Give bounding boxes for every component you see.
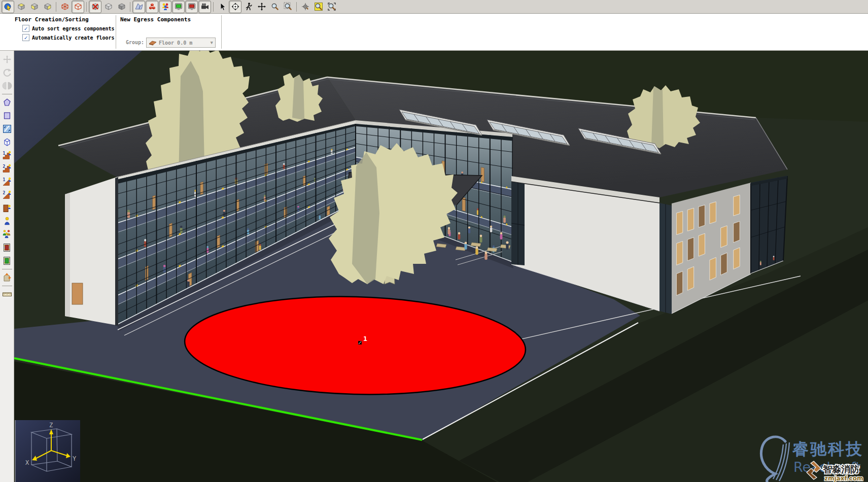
ramp-one-point-icon: 1 [2,177,12,187]
view-side-button[interactable] [41,1,54,13]
select-cursor-icon [218,2,227,11]
auto-sort-row: ✓ Auto sort egress components [22,25,115,32]
show-exits-button[interactable] [172,1,185,13]
rotate-tool-button[interactable] [1,66,13,79]
stairs-two-point-button[interactable]: 2 [1,162,13,175]
toolbar-separator [86,2,87,12]
drawing-tools-sidebar: 1212 [0,51,14,482]
3d-viewport[interactable]: 1 [14,51,868,482]
chevron-down-icon: ▼ [211,40,213,45]
add-occupant-icon [2,216,12,226]
mirror-tool-button[interactable] [1,79,13,92]
polygon-tool-button[interactable] [1,96,13,109]
select-objects-icon [4,2,13,11]
egress-title: New Egress Components [120,16,191,23]
svg-text:1: 1 [3,151,5,155]
sidebar-separator [2,286,12,286]
voxel-view-button[interactable] [146,1,158,13]
show-occupants-button[interactable] [159,1,171,13]
extract-floor-button[interactable] [1,271,13,284]
zoom-fit-button[interactable] [312,1,325,13]
axis-gizmo[interactable]: Z X Y [15,420,80,482]
camera-tour-button[interactable] [198,1,211,13]
auto-create-label: Automatically create floors [32,35,115,41]
show-exits-icon [174,2,183,11]
wireframe-mode-button[interactable] [58,1,71,13]
refuge-door-button[interactable] [1,254,13,267]
watermark-company-cn: 睿驰科技 [792,439,863,459]
auto-create-checkbox[interactable]: ✓ [22,34,29,41]
hidden-line-mode-icon [74,2,83,11]
creation-panel-bar: Floor Creation/Sorting ✓ Auto sort egres… [0,14,868,51]
terrain-view-button[interactable] [132,1,145,13]
rectangle-tool-button[interactable] [1,109,13,122]
group-dropdown[interactable]: Floor 0.0 m ▼ [146,38,216,48]
door-tool-icon [2,203,12,213]
zoom-view-button[interactable] [268,1,281,13]
view-front-icon [30,2,39,11]
smooth-shade-mode-icon [117,2,126,11]
wireframe-mode-icon [60,2,70,11]
rectangle-tool-icon [2,111,12,121]
edit-geometry-tool-button[interactable] [1,122,13,135]
zhimiao-badge: 智淼消防 zmjaxf.com [807,461,863,482]
floor-creation-title: Floor Creation/Sorting [15,16,89,23]
ramp-one-point-button[interactable]: 1 [1,175,13,188]
group-value: Floor 0.0 m [159,40,192,46]
toolbar-separator [56,2,56,12]
flat-shade-mode-icon [104,2,113,11]
extrude-tool-button[interactable] [1,135,13,148]
auto-sort-checkbox[interactable]: ✓ [22,25,29,32]
toolbar-separator [130,2,130,12]
view-front-button[interactable] [28,1,41,13]
voxel-view-icon [148,2,157,11]
stairs-one-point-button[interactable]: 1 [1,149,13,161]
hidden-line-mode-button[interactable] [72,1,84,13]
axis-z-label: Z [49,422,53,429]
svg-text:2: 2 [3,164,5,168]
pan-view-button[interactable] [255,1,268,13]
camera-tour-icon [200,2,210,11]
zoom-point-button[interactable] [299,1,311,13]
zoom-region-button[interactable] [282,1,294,13]
ramp-two-point-button[interactable]: 2 [1,188,13,201]
smooth-shade-mode-button[interactable] [115,1,128,13]
move-tool-icon [2,54,12,64]
mirror-tool-icon [2,81,12,91]
add-occupant-button[interactable] [1,215,13,227]
rotate-tool-icon [2,67,12,78]
select-objects-button[interactable] [2,1,14,13]
flat-shade-mode-button[interactable] [102,1,115,13]
auto-sort-label: Auto sort egress components [32,26,115,31]
ramp-two-point-icon: 2 [2,190,12,200]
show-refuge-button[interactable] [185,1,198,13]
extrude-tool-icon [2,137,12,147]
edit-geometry-tool-icon [2,124,12,134]
terrain-view-icon [134,2,144,11]
svg-text:2: 2 [3,190,5,195]
application-window: { "toolbar": {"icons": [ {"name":"select… [0,0,868,482]
move-tool-button[interactable] [1,53,13,65]
walk-view-button[interactable] [242,1,255,13]
stairs-two-point-icon: 2 [2,163,12,174]
measure-tool-button[interactable] [1,288,13,300]
view-top-button[interactable] [15,1,27,13]
zoom-region-icon [284,2,293,11]
view-side-icon [43,2,52,11]
no-render-mode-button[interactable] [89,1,101,13]
zoom-view-icon [270,2,280,11]
zoom-point-icon [301,2,310,11]
panel-separator [116,15,116,49]
watermark-badge-url: zmjaxf.com [824,475,863,482]
select-cursor-button[interactable] [216,1,228,13]
add-occupant-group-button[interactable] [1,228,13,240]
orbit-view-button[interactable] [229,1,241,13]
measure-tool-icon [2,289,12,299]
stairs-one-point-icon: 1 [2,150,12,160]
pan-view-icon [257,2,266,11]
door-tool-button[interactable] [1,201,13,214]
zoom-selection-button[interactable] [325,1,338,13]
sidebar-separator [2,269,12,269]
exit-door-button[interactable] [1,241,13,254]
extract-floor-icon [2,272,12,283]
